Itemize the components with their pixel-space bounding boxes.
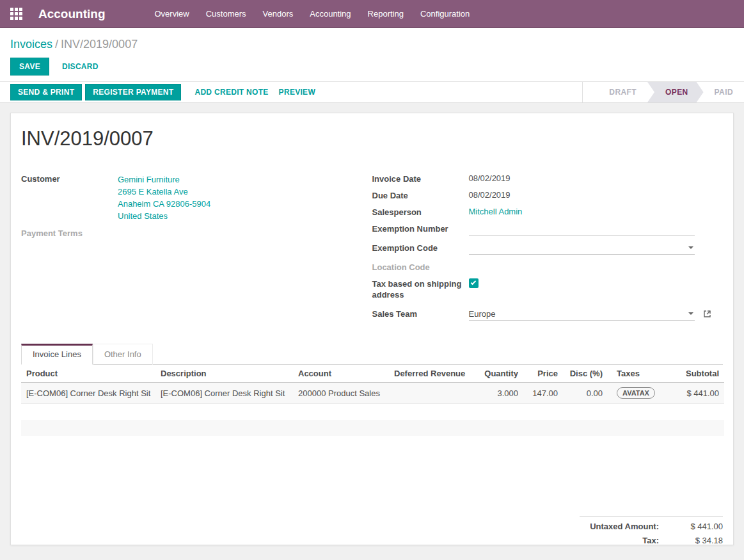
payment-terms-label: Payment Terms (21, 227, 118, 239)
menu-reporting[interactable]: Reporting (360, 4, 412, 23)
col-taxes: Taxes (608, 365, 672, 383)
apps-grid-icon[interactable] (10, 8, 22, 20)
breadcrumb-separator: / (52, 38, 61, 51)
menu-vendors[interactable]: Vendors (255, 4, 302, 23)
invoice-sheet: INV/2019/0007 Customer Gemini Furniture … (10, 113, 734, 545)
untaxed-amount-value: $ 441.00 (667, 522, 723, 531)
cell-deferred-revenue[interactable] (389, 383, 477, 404)
sales-team-value: Europe (469, 309, 496, 319)
cell-discount[interactable]: 0.00 (563, 383, 608, 404)
notebook-tabs: Invoice Lines Other Info (21, 343, 723, 365)
breadcrumb-invoices-link[interactable]: Invoices (10, 38, 52, 51)
app-title[interactable]: Accounting (38, 7, 106, 21)
breadcrumb-current: INV/2019/0007 (61, 38, 138, 51)
customer-country-link[interactable]: United States (118, 210, 210, 222)
salesperson-value[interactable]: Mitchell Admin (469, 205, 523, 216)
sales-team-select[interactable]: Europe (469, 307, 695, 321)
col-quantity: Quantity (477, 365, 523, 383)
cell-price[interactable]: 147.00 (523, 383, 563, 404)
salesperson-label: Salesperson (372, 205, 469, 218)
cell-taxes: AVATAX (608, 383, 672, 404)
top-navbar: Accounting Overview Customers Vendors Ac… (0, 0, 744, 28)
exemption-number-input[interactable] (469, 222, 695, 236)
checkmark-icon (470, 280, 475, 285)
chevron-down-icon (688, 246, 693, 249)
exemption-code-label: Exemption Code (372, 241, 469, 253)
menu-configuration[interactable]: Configuration (412, 4, 478, 23)
due-date-label: Due Date (372, 189, 469, 201)
table-header-row: Product Description Account Deferred Rev… (21, 365, 724, 383)
col-subtotal: Subtotal (672, 365, 724, 383)
customer-address: Gemini Furniture 2695 E Katella Ave Anah… (118, 172, 210, 222)
col-product: Product (21, 365, 155, 383)
tab-invoice-lines[interactable]: Invoice Lines (21, 344, 93, 365)
customer-label: Customer (21, 172, 118, 184)
tax-shipping-checkbox[interactable] (469, 278, 479, 288)
empty-line-row (21, 420, 724, 436)
due-date-value[interactable]: 08/02/2019 (469, 189, 511, 200)
add-credit-note-button[interactable]: ADD CREDIT NOTE (194, 88, 268, 97)
statusbar: DRAFT OPEN PAID (582, 82, 744, 102)
status-paid[interactable]: PAID (704, 82, 744, 102)
customer-city-link[interactable]: Anaheim CA 92806-5904 (118, 198, 210, 210)
tax-label: Tax: (642, 536, 659, 545)
cell-subtotal: $ 441.00 (672, 383, 724, 404)
invoice-line-row[interactable]: [E-COM06] Corner Desk Right Sit [E-COM06… (21, 383, 724, 404)
untaxed-amount-label: Untaxed Amount: (590, 522, 659, 531)
status-draft[interactable]: DRAFT (598, 82, 647, 102)
empty-line-row (21, 404, 724, 420)
control-panel: Invoices/INV/2019/0007 SAVE DISCARD (0, 28, 744, 81)
exemption-number-label: Exemption Number (372, 222, 469, 234)
customer-street-link[interactable]: 2695 E Katella Ave (118, 186, 210, 198)
right-field-group: Invoice Date 08/02/2019 Due Date 08/02/2… (372, 172, 724, 324)
main-menu: Overview Customers Vendors Accounting Re… (146, 4, 479, 23)
chevron-down-icon (688, 312, 693, 315)
tax-value: $ 34.18 (667, 536, 723, 545)
cell-product[interactable]: [E-COM06] Corner Desk Right Sit (21, 383, 155, 404)
action-button-bar: SEND & PRINT REGISTER PAYMENT ADD CREDIT… (0, 81, 744, 103)
tax-shipping-label: Tax based on shipping address (372, 277, 469, 300)
menu-customers[interactable]: Customers (198, 4, 255, 23)
invoice-date-value[interactable]: 08/02/2019 (469, 172, 511, 183)
col-account: Account (293, 365, 389, 383)
register-payment-button[interactable]: REGISTER PAYMENT (85, 84, 181, 100)
left-field-group: Customer Gemini Furniture 2695 E Katella… (21, 172, 372, 324)
save-button[interactable]: SAVE (10, 58, 49, 76)
invoice-lines-table: Product Description Account Deferred Rev… (21, 365, 724, 452)
external-link-icon[interactable] (703, 309, 711, 321)
status-open[interactable]: OPEN (647, 82, 704, 102)
col-discount: Disc (%) (563, 365, 608, 383)
invoice-number-title: INV/2019/0007 (21, 127, 723, 150)
menu-accounting[interactable]: Accounting (301, 4, 359, 23)
breadcrumb: Invoices/INV/2019/0007 (10, 38, 734, 51)
col-description: Description (155, 365, 293, 383)
tax-badge[interactable]: AVATAX (617, 387, 655, 399)
send-print-button[interactable]: SEND & PRINT (10, 84, 82, 100)
col-deferred-revenue: Deferred Revenue (389, 365, 477, 383)
preview-button[interactable]: PREVIEW (279, 88, 315, 97)
empty-line-row (21, 436, 724, 452)
tab-other-info[interactable]: Other Info (93, 344, 153, 365)
cell-quantity[interactable]: 3.000 (477, 383, 523, 404)
menu-overview[interactable]: Overview (146, 4, 198, 23)
cell-description[interactable]: [E-COM06] Corner Desk Right Sit (155, 383, 293, 404)
exemption-code-select[interactable] (469, 241, 695, 255)
cell-account[interactable]: 200000 Product Sales (293, 383, 389, 404)
invoice-date-label: Invoice Date (372, 172, 469, 184)
sales-team-label: Sales Team (372, 307, 469, 319)
form-view-background: INV/2019/0007 Customer Gemini Furniture … (0, 103, 744, 560)
location-code-label: Location Code (372, 260, 469, 273)
col-price: Price (523, 365, 563, 383)
totals-block: Untaxed Amount: $ 441.00 Tax: $ 34.18 To… (580, 516, 723, 546)
customer-name-link[interactable]: Gemini Furniture (118, 173, 210, 186)
discard-button[interactable]: DISCARD (62, 62, 99, 71)
